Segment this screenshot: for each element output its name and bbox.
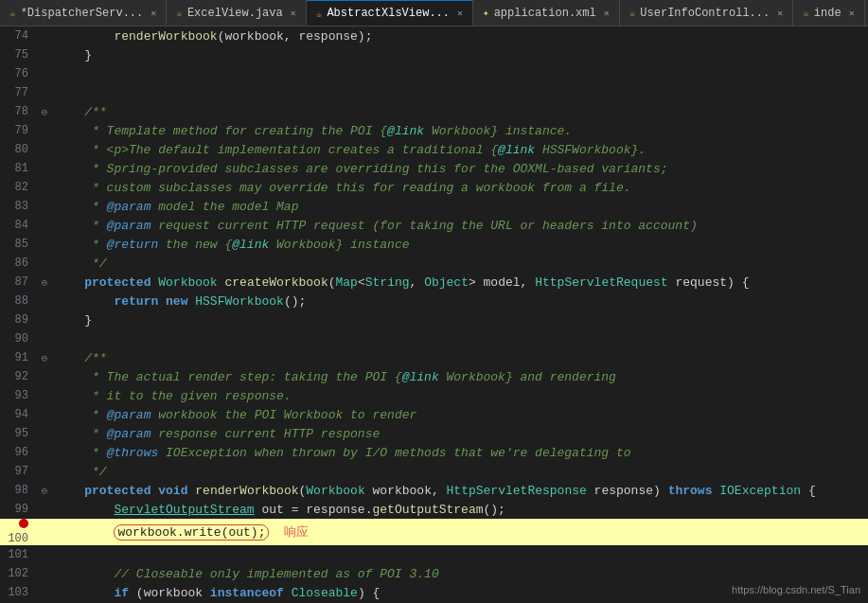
table-row: 87 ⊖ protected Workbook createWorkbook(M… — [0, 273, 868, 292]
code-line: renderWorkbook(workbook, response); — [51, 27, 868, 45]
code-line: } — [51, 45, 868, 64]
table-row: 74 renderWorkbook(workbook, response); — [0, 27, 868, 45]
table-row: 92 * The actual render step: taking the … — [0, 367, 868, 386]
line-number: 90 — [0, 329, 38, 348]
code-line: * @return the new {@link Workbook} insta… — [51, 235, 868, 254]
table-row: 83 * @param model the model Map — [0, 197, 868, 216]
line-number: 74 — [0, 27, 38, 45]
tab-abstractxls[interactable]: ☕ AbstractXlsView... ✕ — [307, 0, 473, 26]
tab-userinfo[interactable]: ☕ UserInfoControll... ✕ — [620, 0, 793, 26]
table-row: 79 * Template method for creating the PO… — [0, 121, 868, 140]
fold-col — [38, 178, 51, 197]
line-number: 81 — [0, 159, 38, 178]
code-line — [51, 64, 868, 83]
tab-dispatcher[interactable]: ☕ *DispatcherServ... ✕ — [0, 0, 167, 26]
java-icon: ☕ — [803, 7, 809, 19]
line-number: 95 — [0, 424, 38, 443]
fold-col — [38, 367, 51, 386]
tab-applicationxml[interactable]: ✦ application.xml ✕ — [473, 0, 620, 26]
code-line: * @param workbook the POI Workbook to re… — [51, 405, 868, 424]
tab-close-icon[interactable]: ✕ — [604, 8, 610, 19]
java-icon: ☕ — [629, 7, 636, 19]
line-number: 75 — [0, 45, 38, 64]
line-number: 97 — [0, 462, 38, 481]
java-icon: ☕ — [176, 7, 183, 19]
line-number: 78 — [0, 102, 38, 121]
code-line: // Closeable only implemented as of POI … — [51, 564, 868, 583]
tab-close-icon[interactable]: ✕ — [151, 8, 156, 19]
line-number: 100 — [0, 519, 38, 545]
table-row: 90 — [0, 329, 868, 348]
tab-label: application.xml — [494, 7, 596, 20]
line-number: 101 — [0, 545, 38, 564]
table-row: 93 * it to the given response. — [0, 386, 868, 405]
tab-close-icon[interactable]: ✕ — [291, 8, 296, 19]
fold-col — [38, 83, 51, 102]
code-line: workbook.write(out); 响应 — [51, 519, 868, 545]
fold-col — [38, 292, 51, 310]
line-number: 85 — [0, 235, 38, 254]
table-row: 75 } — [0, 45, 868, 64]
table-row: 80 * <p>The default implementation creat… — [0, 140, 868, 159]
code-line: if (workbook instanceof Closeable) { — [51, 583, 868, 602]
line-number: 102 — [0, 564, 38, 583]
tab-label: UserInfoControll... — [640, 7, 770, 20]
code-line: * it to the given response. — [51, 386, 868, 405]
table-row: 97 */ — [0, 462, 868, 481]
tab-close-icon[interactable]: ✕ — [777, 8, 783, 19]
code-line: /** — [51, 348, 868, 367]
table-row: 82 * custom subclasses may override this… — [0, 178, 868, 197]
line-number: 79 — [0, 121, 38, 140]
table-row: 99 ServletOutputStream out = response.ge… — [0, 500, 868, 519]
fold-col — [38, 45, 51, 64]
xml-icon: ✦ — [483, 7, 489, 19]
code-line: * <p>The default implementation creates … — [51, 140, 868, 159]
line-number: 96 — [0, 443, 38, 462]
code-line: protected void renderWorkbook(Workbook w… — [51, 481, 868, 500]
fold-col — [38, 405, 51, 424]
code-line: * @param model the model Map — [51, 197, 868, 216]
fold-col — [38, 121, 51, 140]
fold-col — [38, 64, 51, 83]
line-number: 89 — [0, 310, 38, 329]
code-line: */ — [51, 254, 868, 273]
fold-col — [38, 159, 51, 178]
fold-col — [38, 140, 51, 159]
fold-col — [38, 424, 51, 443]
line-number: 83 — [0, 197, 38, 216]
table-row: 81 * Spring-provided subclasses are over… — [0, 159, 868, 178]
table-row: 101 — [0, 545, 868, 564]
tab-close-icon[interactable]: ✕ — [457, 8, 463, 19]
line-number: 80 — [0, 140, 38, 159]
table-row: 76 — [0, 64, 868, 83]
fold-col — [38, 386, 51, 405]
table-row: 77 — [0, 83, 868, 102]
fold-col — [38, 462, 51, 481]
line-number: 93 — [0, 386, 38, 405]
fold-col — [38, 235, 51, 254]
line-number: 87 — [0, 273, 38, 292]
fold-col — [38, 564, 51, 583]
code-line: * @throws IOException when thrown by I/O… — [51, 443, 868, 462]
code-editor[interactable]: 74 renderWorkbook(workbook, response); 7… — [0, 27, 868, 603]
line-number: 99 — [0, 500, 38, 519]
code-table: 74 renderWorkbook(workbook, response); 7… — [0, 27, 868, 603]
tab-label: ExcelView.java — [187, 7, 283, 20]
line-number: 98 — [0, 481, 38, 500]
table-row: 94 * @param workbook the POI Workbook to… — [0, 405, 868, 424]
table-row: 89 } — [0, 310, 868, 329]
breakpoint-icon — [19, 519, 28, 528]
tab-excelview[interactable]: ☕ ExcelView.java ✕ — [167, 0, 306, 26]
table-row: 103 if (workbook instanceof Closeable) { — [0, 583, 868, 602]
code-line: /** — [51, 102, 868, 121]
table-row: 98 ⊖ protected void renderWorkbook(Workb… — [0, 481, 868, 500]
tab-close-icon[interactable]: ✕ — [849, 8, 855, 19]
line-number: 88 — [0, 292, 38, 310]
table-row: 84 * @param request current HTTP request… — [0, 216, 868, 235]
tab-inde[interactable]: ☕ inde ✕ — [793, 0, 864, 26]
table-row: 95 * @param response current HTTP respon… — [0, 424, 868, 443]
line-number: 76 — [0, 64, 38, 83]
fold-col: ⊖ — [38, 102, 51, 121]
line-number: 84 — [0, 216, 38, 235]
code-line: * @param request current HTTP request (f… — [51, 216, 868, 235]
